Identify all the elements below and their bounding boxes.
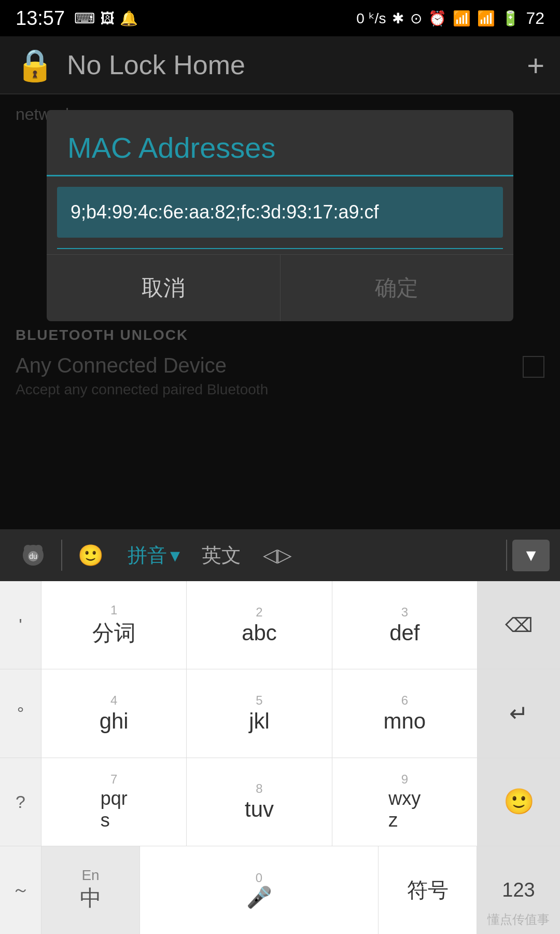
key-123-label: 123 xyxy=(502,879,535,901)
status-left: 13:57 ⌨ 🖼 🔔 xyxy=(16,7,138,30)
key-fenci[interactable]: 1 分词 xyxy=(41,581,187,669)
backspace-icon: ⌫ xyxy=(505,614,533,637)
collapse-icon: ▼ xyxy=(523,546,539,565)
side-col-4[interactable]: ～ xyxy=(0,846,41,934)
network-speed: 0 ᵏ/s xyxy=(356,10,386,27)
dialog-overlay: MAC Addresses 取消 确定 xyxy=(0,94,560,529)
key-num-5: 5 xyxy=(256,693,262,708)
key-label-jkl: jkl xyxy=(249,709,270,734)
notification-icon: 🔔 xyxy=(120,10,138,27)
lock-icon: 🔒 xyxy=(16,47,54,84)
key-num-2: 2 xyxy=(256,605,262,620)
key-label-def: def xyxy=(389,621,419,645)
bluetooth-icon: ✱ xyxy=(392,10,404,27)
key-wxyz[interactable]: 9 wxyz xyxy=(332,758,477,846)
signal-icon: 📶 xyxy=(477,10,495,27)
pinyin-label: 拼音 xyxy=(128,542,167,569)
keyboard-row-4: ～ En 中 0 🎤 符号 123 xyxy=(0,846,560,934)
space-key[interactable]: 0 🎤 xyxy=(140,846,379,934)
key-label-tuv: tuv xyxy=(245,797,274,822)
key-num-6: 6 xyxy=(401,693,408,708)
key-label-mno: mno xyxy=(383,709,426,734)
dialog-divider xyxy=(47,175,513,176)
kb-main-area-4: En 中 0 🎤 符号 xyxy=(41,846,477,934)
svg-text:du: du xyxy=(29,552,37,560)
mic-icon: 🎤 xyxy=(246,885,272,910)
pinyin-arrow: ▾ xyxy=(170,544,180,567)
pinyin-button[interactable]: 拼音 ▾ xyxy=(119,537,188,574)
side-char-1: ' xyxy=(19,615,22,635)
english-label: 英文 xyxy=(202,544,241,566)
keyboard-icon: ⌨ xyxy=(74,10,95,27)
collapse-button[interactable]: ▼ xyxy=(512,540,550,571)
key-label-wxyz: wxyz xyxy=(388,788,421,831)
keyboard-rows: ' 1 分词 2 abc 3 def ⌫ xyxy=(0,581,560,934)
emoji-icon: 🙂 xyxy=(78,544,104,567)
key-num-4: 4 xyxy=(110,693,117,708)
toolbar-divider-2 xyxy=(506,540,507,571)
toolbar-divider-1 xyxy=(61,540,62,571)
keyboard-area: du 🙂 拼音 ▾ 英文 ◁▷ ▼ ' xyxy=(0,529,560,934)
key-ghi[interactable]: 4 ghi xyxy=(41,669,187,757)
backspace-button[interactable]: ⌫ xyxy=(477,581,560,669)
dialog-title: MAC Addresses xyxy=(47,110,513,175)
emoji-button[interactable]: 🙂 xyxy=(67,538,114,573)
side-col-2[interactable]: ° xyxy=(0,669,41,757)
key-pqrs[interactable]: 7 pqrs xyxy=(41,758,187,846)
status-time: 13:57 xyxy=(16,7,65,30)
status-icons: ⌨ 🖼 🔔 xyxy=(74,10,138,27)
keyboard-row-1: ' 1 分词 2 abc 3 def ⌫ xyxy=(0,581,560,669)
side-col-1[interactable]: ' xyxy=(0,581,41,669)
key-num-8: 8 xyxy=(256,781,262,796)
kb-main-area-1: 1 分词 2 abc 3 def xyxy=(41,581,477,669)
mac-address-input[interactable] xyxy=(62,197,498,227)
keyboard-row-2: ° 4 ghi 5 jkl 6 mno ↵ xyxy=(0,669,560,758)
zh-label: 中 xyxy=(80,884,102,913)
enter-icon: ↵ xyxy=(509,700,528,726)
key-def[interactable]: 3 def xyxy=(332,581,477,669)
smile-icon: 🙂 xyxy=(503,787,535,816)
key-abc[interactable]: 2 abc xyxy=(187,581,332,669)
key-label-pqrs: pqrs xyxy=(101,788,128,831)
emoji-action-button[interactable]: 🙂 xyxy=(477,758,560,846)
key-label-ghi: ghi xyxy=(100,709,129,734)
status-right: 0 ᵏ/s ✱ ⊙ ⏰ 📶 📶 🔋 72 xyxy=(356,9,544,28)
english-button[interactable]: 英文 xyxy=(193,537,249,574)
side-char-3: ? xyxy=(16,792,25,812)
key-en-zh[interactable]: En 中 xyxy=(41,846,140,934)
side-col-3[interactable]: ? xyxy=(0,758,41,846)
input-underline xyxy=(57,248,503,249)
wifi-icon: 📶 xyxy=(453,10,471,27)
key-label-abc: abc xyxy=(242,621,277,645)
key-label-fenci: 分词 xyxy=(92,619,136,648)
kb-main-area-3: 7 pqrs 8 tuv 9 wxyz xyxy=(41,758,477,846)
du-icon: ⊙ xyxy=(410,10,422,27)
fuhao-label: 符号 xyxy=(407,876,449,904)
image-icon: 🖼 xyxy=(100,10,115,27)
keyboard-toolbar: du 🙂 拼音 ▾ 英文 ◁▷ ▼ xyxy=(0,529,560,581)
alarm-icon: ⏰ xyxy=(428,10,446,27)
confirm-button[interactable]: 确定 xyxy=(281,255,514,321)
enter-button[interactable]: ↵ xyxy=(477,669,560,757)
key-tuv[interactable]: 8 tuv xyxy=(187,758,332,846)
cancel-button[interactable]: 取消 xyxy=(47,255,281,321)
du-bear-icon: du xyxy=(21,543,46,568)
space-num: 0 xyxy=(256,871,262,885)
key-mno[interactable]: 6 mno xyxy=(332,669,477,757)
symbols-icon: ◁▷ xyxy=(263,544,292,566)
dialog-input-area[interactable] xyxy=(57,187,503,238)
add-button[interactable]: + xyxy=(527,48,544,83)
key-jkl[interactable]: 5 jkl xyxy=(187,669,332,757)
keyboard-row-3: ? 7 pqrs 8 tuv 9 wxyz 🙂 xyxy=(0,758,560,846)
key-fuhao[interactable]: 符号 xyxy=(379,846,477,934)
du-keyboard-icon[interactable]: du xyxy=(10,538,56,573)
battery-level: 72 xyxy=(526,9,544,28)
key-num-7: 7 xyxy=(110,772,117,787)
side-char-2: ° xyxy=(17,703,24,723)
key-num-9: 9 xyxy=(401,772,408,787)
dialog-buttons: 取消 确定 xyxy=(47,254,513,321)
symbols-button[interactable]: ◁▷ xyxy=(255,539,300,571)
battery-icon: 🔋 xyxy=(501,10,520,27)
app-title: No Lock Home xyxy=(67,49,527,80)
status-bar: 13:57 ⌨ 🖼 🔔 0 ᵏ/s ✱ ⊙ ⏰ 📶 📶 🔋 72 xyxy=(0,0,560,36)
